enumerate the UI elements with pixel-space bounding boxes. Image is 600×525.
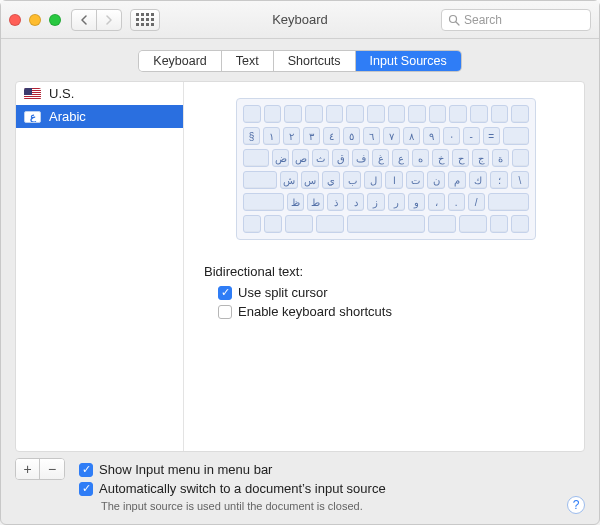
key: و — [408, 193, 425, 211]
key: ٢ — [283, 127, 300, 145]
key: ز — [367, 193, 384, 211]
footer-note: The input source is used until the docum… — [101, 500, 386, 512]
checkbox-checked-icon — [79, 463, 93, 477]
close-window-button[interactable] — [9, 14, 21, 26]
arabic-flag-icon: ع — [24, 111, 41, 123]
show-input-menu-option[interactable]: Show Input menu in menu bar — [79, 462, 386, 477]
tab-input-sources[interactable]: Input Sources — [356, 51, 461, 71]
add-remove-control: + − — [15, 458, 65, 480]
key: ٠ — [443, 127, 460, 145]
use-split-cursor-option[interactable]: Use split cursor — [218, 285, 568, 300]
key: = — [483, 127, 500, 145]
key: س — [301, 171, 319, 189]
content: U.S. ع Arabic §١٢٣٤٥٦٧٨٩٠-= — [1, 81, 599, 524]
key: ك — [469, 171, 487, 189]
source-item-us[interactable]: U.S. — [16, 82, 183, 105]
segmented-control: Keyboard Text Shortcuts Input Sources — [139, 51, 460, 71]
key: م — [448, 171, 466, 189]
key: ٨ — [403, 127, 420, 145]
tab-keyboard[interactable]: Keyboard — [139, 51, 222, 71]
show-all-button[interactable] — [130, 9, 160, 31]
key: غ — [372, 149, 389, 167]
key: § — [243, 127, 260, 145]
pane: U.S. ع Arabic §١٢٣٤٥٦٧٨٩٠-= — [15, 81, 585, 452]
key: . — [448, 193, 465, 211]
preferences-window: Keyboard Keyboard Text Shortcuts Input S… — [0, 0, 600, 525]
key: ٦ — [363, 127, 380, 145]
key: \ — [511, 171, 529, 189]
key: د — [347, 193, 364, 211]
search-field[interactable] — [441, 9, 591, 31]
option-label: Use split cursor — [238, 285, 328, 300]
key: ١ — [263, 127, 280, 145]
source-label: U.S. — [49, 86, 74, 101]
key: ط — [307, 193, 324, 211]
key: - — [463, 127, 480, 145]
key: ؛ — [490, 171, 508, 189]
key: ض — [272, 149, 289, 167]
search-icon — [448, 14, 460, 26]
key: ن — [427, 171, 445, 189]
bidirectional-section: Bidirectional text: Use split cursor Ena… — [204, 264, 568, 323]
remove-source-button[interactable]: − — [40, 459, 64, 479]
kb-row-4: ظطذدزرو،./ — [243, 193, 529, 211]
help-button[interactable]: ? — [567, 496, 585, 514]
option-label: Show Input menu in menu bar — [99, 462, 272, 477]
tab-bar: Keyboard Text Shortcuts Input Sources — [1, 39, 599, 81]
back-button[interactable] — [71, 9, 97, 31]
footer-options: Show Input menu in menu bar Automaticall… — [79, 458, 386, 512]
add-source-button[interactable]: + — [16, 459, 40, 479]
key: ظ — [287, 193, 304, 211]
source-label: Arabic — [49, 109, 86, 124]
key — [488, 193, 529, 211]
input-source-list[interactable]: U.S. ع Arabic — [16, 82, 184, 451]
nav-buttons — [71, 9, 122, 31]
key: ث — [312, 149, 329, 167]
source-item-arabic[interactable]: ع Arabic — [16, 105, 183, 128]
key: خ — [432, 149, 449, 167]
checkbox-checked-icon — [218, 286, 232, 300]
kb-fn-row — [243, 105, 529, 123]
option-label: Automatically switch to a document’s inp… — [99, 481, 386, 496]
key: ه — [412, 149, 429, 167]
forward-button[interactable] — [96, 9, 122, 31]
auto-switch-option[interactable]: Automatically switch to a document’s inp… — [79, 481, 386, 496]
detail-pane: §١٢٣٤٥٦٧٨٩٠-= ضصثقفغعهخحجة شسيبلاتنمك؛\ … — [184, 82, 584, 451]
key: ٩ — [423, 127, 440, 145]
checkbox-checked-icon — [79, 482, 93, 496]
key: ر — [388, 193, 405, 211]
key: ذ — [327, 193, 344, 211]
key: ق — [332, 149, 349, 167]
kb-row-3: شسيبلاتنمك؛\ — [243, 171, 529, 189]
key — [243, 171, 277, 189]
key: ٧ — [383, 127, 400, 145]
key: ت — [406, 171, 424, 189]
us-flag-icon — [24, 88, 41, 100]
zoom-window-button[interactable] — [49, 14, 61, 26]
tab-text[interactable]: Text — [222, 51, 274, 71]
key: ح — [452, 149, 469, 167]
kb-row-2: ضصثقفغعهخحجة — [243, 149, 529, 167]
svg-point-0 — [450, 15, 457, 22]
key: ، — [428, 193, 445, 211]
checkbox-unchecked-icon — [218, 305, 232, 319]
key: ف — [352, 149, 369, 167]
minimize-window-button[interactable] — [29, 14, 41, 26]
enable-keyboard-shortcuts-option[interactable]: Enable keyboard shortcuts — [218, 304, 568, 319]
key — [503, 127, 529, 145]
titlebar: Keyboard — [1, 1, 599, 39]
tab-shortcuts[interactable]: Shortcuts — [274, 51, 356, 71]
footer: + − Show Input menu in menu bar Automati… — [15, 452, 585, 512]
key: / — [468, 193, 485, 211]
window-controls — [9, 14, 61, 26]
key: ا — [385, 171, 403, 189]
key: ل — [364, 171, 382, 189]
kb-row-space — [243, 215, 529, 233]
key: ج — [472, 149, 489, 167]
key: ش — [280, 171, 298, 189]
key: ة — [492, 149, 509, 167]
option-label: Enable keyboard shortcuts — [238, 304, 392, 319]
search-input[interactable] — [464, 13, 584, 27]
key — [243, 193, 284, 211]
key: ص — [292, 149, 309, 167]
